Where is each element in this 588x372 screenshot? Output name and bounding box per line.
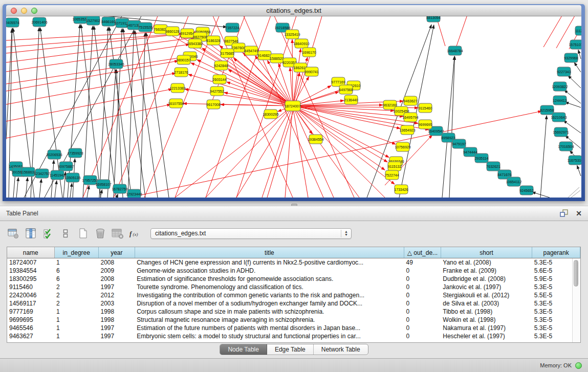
graph-node[interactable]: 15751074: [569, 40, 581, 49]
graph-node[interactable]: 16782759: [112, 184, 127, 193]
graph-edge[interactable]: [292, 39, 293, 106]
graph-node[interactable]: 13505135: [64, 173, 80, 182]
table-scrollbar[interactable]: [572, 258, 580, 342]
tab-network-table[interactable]: Network Table: [314, 344, 368, 355]
graph-node[interactable]: 9115132: [388, 162, 402, 171]
graph-edge[interactable]: [577, 165, 581, 176]
graph-node[interactable]: 9699695: [418, 120, 432, 129]
graph-edge[interactable]: [55, 181, 57, 198]
graph-edge[interactable]: [285, 106, 293, 198]
graph-node[interactable]: 12923448: [126, 189, 142, 198]
graph-node[interactable]: 9245652: [519, 186, 533, 195]
graph-edge[interactable]: [6, 32, 167, 40]
graph-node[interactable]: 1696170: [302, 48, 316, 57]
graph-node[interactable]: 9329968: [564, 53, 578, 62]
graph-node[interactable]: 18300295: [263, 110, 278, 119]
column-header-year[interactable]: year: [98, 247, 135, 258]
graph-node[interactable]: 16958107: [95, 180, 111, 189]
graph-edge[interactable]: [206, 106, 293, 198]
tab-node-table[interactable]: Node Table: [220, 344, 267, 355]
graph-node[interactable]: 20206536: [46, 150, 62, 159]
graph-node[interactable]: 9860128: [165, 27, 179, 36]
close-panel-icon[interactable]: ✕: [576, 209, 582, 217]
graph-edge[interactable]: [211, 16, 293, 198]
graph-edge[interactable]: [70, 183, 72, 198]
table-row[interactable]: 1456911722003Disruption of a novel membe…: [7, 299, 580, 308]
graph-node[interactable]: 1527902: [86, 16, 100, 25]
graph-node[interactable]: 1112704: [575, 26, 581, 35]
graph-node[interactable]: 12213383: [169, 83, 185, 93]
graph-edge[interactable]: [16, 178, 18, 198]
graph-node[interactable]: 28053346: [108, 59, 124, 69]
graph-node[interactable]: 20691406: [31, 17, 47, 27]
graph-node[interactable]: 7357224: [225, 23, 239, 32]
graph-node[interactable]: 7515526: [138, 23, 152, 32]
function-builder-icon[interactable]: f (x): [129, 227, 141, 239]
graph-edge[interactable]: [568, 76, 581, 88]
table-row[interactable]: 946362711997Embryonic stem cells: a mode…: [7, 332, 580, 340]
row-height-icon[interactable]: [59, 227, 72, 239]
table-scrollbar-thumb[interactable]: [574, 260, 578, 287]
graph-node[interactable]: 16210643: [551, 113, 567, 122]
graph-edge[interactable]: [221, 104, 293, 106]
new-column-icon[interactable]: [77, 227, 89, 239]
graph-node[interactable]: 16648784: [447, 46, 463, 55]
graph-node[interactable]: 9463627: [403, 96, 417, 105]
graph-edge[interactable]: [191, 63, 293, 106]
graph-edge[interactable]: [293, 49, 301, 106]
close-window-button[interactable]: [11, 8, 17, 14]
graph-node[interactable]: 9242848: [214, 61, 228, 70]
graph-node[interactable]: 1733426: [394, 185, 408, 194]
column-visibility-icon[interactable]: [25, 227, 37, 239]
graph-edge[interactable]: [117, 70, 123, 198]
graph-edge[interactable]: [6, 73, 176, 104]
delete-table-icon[interactable]: [112, 227, 124, 239]
graph-node[interactable]: 8186328: [206, 36, 220, 45]
table-selector-dropdown[interactable]: citations_edges.txt ▲▼: [150, 228, 352, 239]
graph-edge[interactable]: [228, 70, 293, 106]
graph-node[interactable]: 11451942: [50, 170, 66, 180]
graph-edge[interactable]: [146, 33, 169, 198]
graph-node[interactable]: 15692971: [553, 127, 569, 137]
graph-edge[interactable]: [99, 27, 108, 198]
graph-node[interactable]: 1588520: [270, 54, 284, 63]
graph-edge[interactable]: [39, 179, 41, 198]
graph-edge[interactable]: [543, 16, 564, 47]
graph-node[interactable]: 11675310: [568, 156, 581, 165]
table-row[interactable]: 2242004622012Investigating the contribut…: [7, 291, 580, 299]
delete-column-icon[interactable]: [94, 227, 106, 239]
graph-edge[interactable]: [578, 50, 581, 59]
graph-node[interactable]: 16543382: [187, 39, 203, 48]
graph-node[interactable]: 10654112: [506, 177, 522, 186]
graph-edge[interactable]: [109, 27, 132, 198]
graph-node[interactable]: 9479197: [452, 139, 466, 148]
graph-node[interactable]: 8454749: [244, 46, 258, 55]
graph-node[interactable]: 17016504: [558, 142, 574, 151]
node-table[interactable]: namein_degreeyeartitle△ out_de...shortpa…: [7, 247, 580, 340]
select-columns-icon[interactable]: [42, 227, 54, 239]
graph-node[interactable]: 2405574: [6, 18, 19, 27]
graph-node[interactable]: 9227343: [557, 67, 571, 76]
graph-edge[interactable]: [293, 106, 359, 198]
graph-node[interactable]: 12093822: [552, 82, 568, 91]
graph-node[interactable]: 90975887: [58, 162, 74, 171]
minimize-window-button[interactable]: [21, 8, 27, 14]
graph-node[interactable]: 19384554: [308, 135, 323, 144]
table-row[interactable]: 911546021997Tourette syndrome. Phenomeno…: [7, 283, 580, 291]
graph-node[interactable]: 10756928: [395, 142, 410, 151]
graph-edge[interactable]: [293, 106, 308, 198]
graph-node[interactable]: 7632621: [486, 162, 500, 171]
graph-edge[interactable]: [6, 104, 170, 138]
graph-edge[interactable]: [571, 190, 580, 198]
graph-node[interactable]: 8215958: [540, 105, 554, 115]
graph-node[interactable]: 13325419: [284, 30, 300, 39]
graph-node[interactable]: 3175685: [220, 49, 234, 58]
graph-node[interactable]: 1244413: [553, 96, 567, 105]
graph-node[interactable]: 9990741: [304, 67, 318, 76]
table-row[interactable]: 977716911998Corpus callosum shape and si…: [7, 308, 580, 316]
graph-node[interactable]: 2136440: [344, 95, 358, 104]
table-row[interactable]: 1938455462009Genome-wide association stu…: [7, 267, 580, 275]
graph-node[interactable]: 2935114: [475, 154, 489, 163]
graph-edge[interactable]: [26, 178, 28, 198]
column-header-name[interactable]: name: [7, 247, 54, 258]
